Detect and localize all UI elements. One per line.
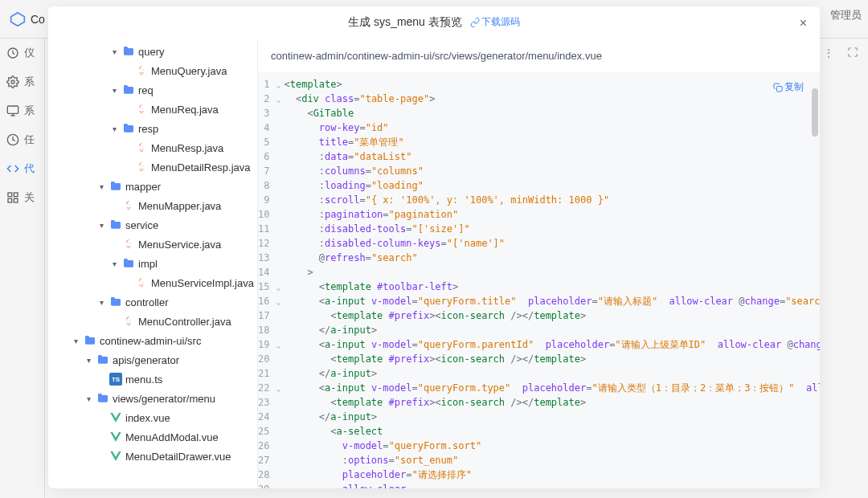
tree-item[interactable]: ▾controller: [48, 292, 257, 312]
fold-icon[interactable]: ⌄: [276, 337, 280, 352]
code-line: 10 :pagination="pagination": [258, 207, 820, 222]
folder-icon: [96, 353, 109, 366]
line-number: 26: [258, 439, 276, 453]
tree-item[interactable]: ▾resp: [48, 119, 257, 138]
line-number: 24: [258, 410, 276, 424]
code-text: title="菜单管理": [280, 135, 820, 149]
line-number: 5: [258, 135, 276, 149]
tree-item[interactable]: MenuAddModal.vue: [48, 427, 257, 447]
line-number: 25: [258, 424, 276, 439]
caret-icon[interactable]: ▾: [113, 86, 121, 95]
code-text: row-key="id": [280, 120, 820, 135]
java-icon: [135, 103, 148, 116]
code-text: <template>: [280, 77, 820, 92]
fold-icon[interactable]: ⌄: [276, 92, 280, 106]
tree-item[interactable]: MenuService.java: [48, 235, 257, 254]
tree-item[interactable]: TSmenu.ts: [48, 369, 257, 389]
code-text: <a-select: [280, 424, 820, 439]
line-number: 21: [258, 366, 276, 381]
caret-icon[interactable]: ▾: [87, 356, 95, 365]
caret-icon[interactable]: ▾: [113, 124, 121, 133]
tree-item[interactable]: MenuMapper.java: [48, 196, 257, 215]
code-area[interactable]: 复制 1⌄<template>2⌄ <div class="table-page…: [258, 72, 820, 488]
line-number: 6: [258, 149, 276, 164]
line-number: 7: [258, 164, 276, 178]
code-line: 17 <template #prefix><icon-search /></te…: [258, 308, 820, 323]
tree-item[interactable]: MenuDetailResp.java: [48, 157, 257, 177]
code-panel: continew-admin/continew-admin-ui/src/vie…: [257, 39, 820, 488]
modal-body: ▾queryMenuQuery.java▾reqMenuReq.java▾res…: [48, 39, 820, 488]
code-line: 26 v-model="queryForm.sort": [258, 439, 820, 453]
caret-icon[interactable]: ▾: [113, 47, 121, 56]
java-icon: [122, 315, 135, 328]
line-number: 8: [258, 178, 276, 193]
java-icon: [135, 64, 148, 77]
code-line: 20 <template #prefix><icon-search /></te…: [258, 352, 820, 366]
fold-icon[interactable]: ⌄: [276, 280, 280, 294]
tree-label: service: [125, 219, 158, 231]
tree-label: apis/generator: [113, 354, 179, 366]
folder-icon: [84, 334, 96, 347]
caret-icon[interactable]: ▾: [74, 337, 82, 345]
folder-icon: [109, 296, 122, 308]
tree-item[interactable]: ▾impl: [48, 254, 257, 273]
code-text: <template #prefix><icon-search /></templ…: [280, 395, 820, 410]
code-line: 7 :columns="columns": [258, 164, 820, 178]
tree-item[interactable]: MenuDetailDrawer.vue: [48, 447, 257, 466]
tree-label: MenuAddModal.vue: [125, 431, 219, 443]
vue-icon: [109, 411, 122, 424]
tree-item[interactable]: ▾apis/generator: [48, 350, 257, 369]
line-number: 11: [258, 222, 276, 236]
code-text: placeholder="请选择排序": [280, 467, 820, 482]
code-text: :data="dataList": [280, 149, 820, 164]
fold-icon[interactable]: ⌄: [276, 381, 280, 395]
tree-item[interactable]: MenuServiceImpl.java: [48, 273, 257, 292]
tree-item[interactable]: MenuResp.java: [48, 138, 257, 157]
caret-icon[interactable]: ▾: [100, 298, 108, 307]
tree-item[interactable]: ▾query: [48, 42, 257, 61]
close-button[interactable]: ×: [800, 16, 807, 31]
code-text: :columns="columns": [280, 164, 820, 178]
tree-item[interactable]: ▾mapper: [48, 177, 257, 196]
fold-icon[interactable]: ⌄: [276, 294, 280, 308]
tree-item[interactable]: ▾continew-admin-ui/src: [48, 331, 257, 350]
code-line: 15⌄ <template #toolbar-left>: [258, 280, 820, 294]
folder-icon: [122, 122, 135, 135]
code-text: :loading="loading": [280, 178, 820, 193]
download-source-link[interactable]: 下载源码: [470, 15, 520, 29]
fold-icon[interactable]: ⌄: [276, 77, 280, 92]
tree-item[interactable]: MenuQuery.java: [48, 61, 257, 80]
code-text: allow-clear: [280, 482, 820, 488]
caret-icon[interactable]: ▾: [100, 221, 108, 230]
code-line: 2⌄ <div class="table-page">: [258, 92, 820, 106]
caret-icon[interactable]: ▾: [113, 259, 121, 268]
tree-item[interactable]: MenuReq.java: [48, 100, 257, 119]
line-number: 3: [258, 106, 276, 120]
tree-label: controller: [125, 296, 168, 308]
folder-icon: [122, 84, 135, 96]
tree-label: menu.ts: [125, 374, 162, 386]
caret-icon[interactable]: ▾: [87, 394, 95, 403]
tree-label: continew-admin-ui/src: [100, 335, 201, 347]
tree-item[interactable]: index.vue: [48, 408, 257, 427]
caret-icon[interactable]: ▾: [100, 182, 108, 191]
line-number: 4: [258, 120, 276, 135]
file-tree-panel[interactable]: ▾queryMenuQuery.java▾reqMenuReq.java▾res…: [48, 39, 257, 488]
code-text: <div class="table-page">: [280, 92, 820, 106]
line-number: 12: [258, 236, 276, 251]
java-icon: [122, 238, 135, 251]
tree-label: resp: [138, 123, 158, 135]
tree-item[interactable]: MenuController.java: [48, 312, 257, 331]
tree-label: MenuService.java: [138, 239, 221, 251]
tree-item[interactable]: ▾views/generator/menu: [48, 389, 257, 408]
tree-label: index.vue: [125, 412, 170, 424]
tree-item[interactable]: ▾req: [48, 80, 257, 100]
code-line: 3 <GiTable: [258, 106, 820, 120]
line-number: 28: [258, 467, 276, 482]
preview-modal: 生成 sys_menu 表预览 下载源码 × ▾queryMenuQuery.j…: [48, 6, 820, 488]
tree-item[interactable]: ▾service: [48, 215, 257, 235]
folder-icon: [122, 45, 135, 58]
scrollbar-vertical[interactable]: [812, 88, 818, 137]
copy-button[interactable]: 复制: [773, 80, 804, 94]
line-number: 13: [258, 251, 276, 265]
